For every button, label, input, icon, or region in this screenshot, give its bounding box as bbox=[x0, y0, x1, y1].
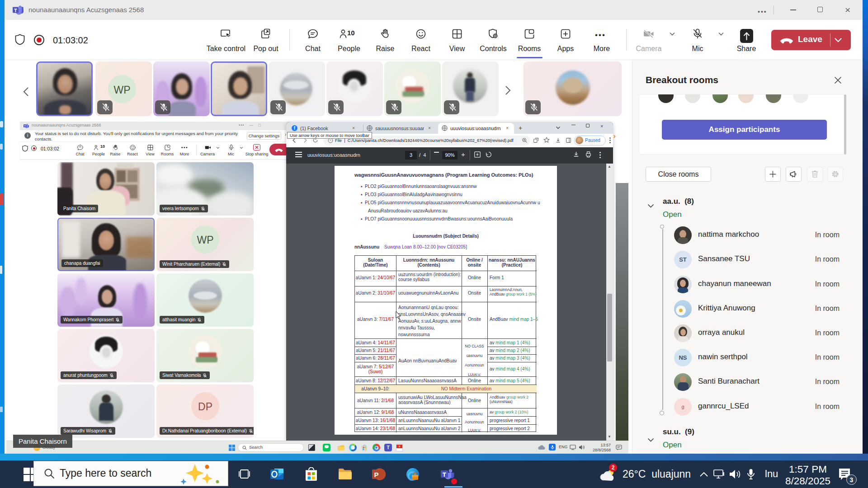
svg-text:P: P bbox=[374, 471, 378, 479]
